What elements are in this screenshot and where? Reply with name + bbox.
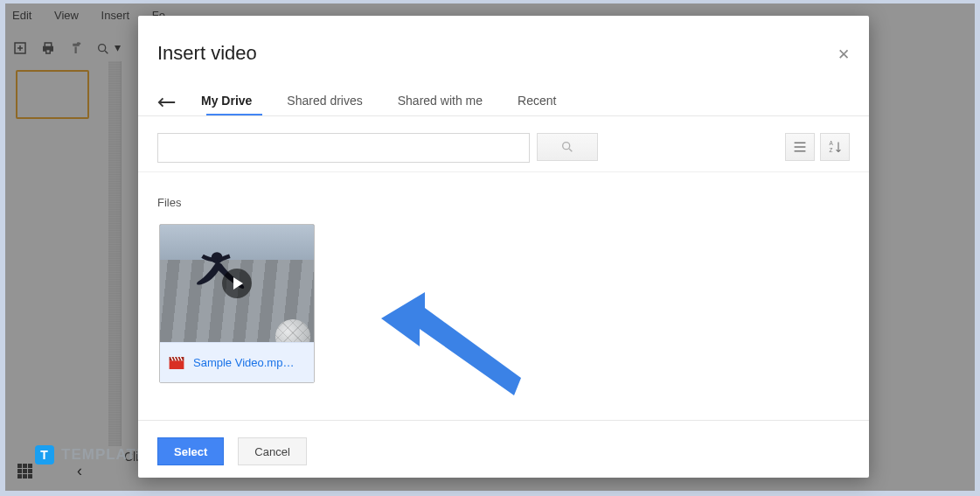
- dialog-title: Insert video: [157, 42, 257, 65]
- svg-rect-7: [170, 360, 184, 369]
- video-file-card[interactable]: Sample Video.mp…: [159, 224, 315, 383]
- close-icon[interactable]: ✕: [838, 45, 850, 64]
- tab-shared-drives[interactable]: Shared drives: [287, 94, 362, 115]
- watermark-badge: T: [35, 445, 54, 465]
- file-name: Sample Video.mp…: [193, 356, 294, 369]
- files-section-header: Files: [157, 196, 181, 209]
- cancel-button[interactable]: Cancel: [238, 437, 306, 465]
- list-view-icon[interactable]: [785, 133, 815, 161]
- search-input[interactable]: [157, 133, 530, 163]
- divider: [138, 171, 869, 172]
- divider: [138, 420, 869, 421]
- watermark-brand: TEMPLATE: [61, 446, 147, 464]
- select-button[interactable]: Select: [157, 437, 224, 465]
- search-button[interactable]: [537, 133, 598, 161]
- video-thumbnail: [160, 225, 314, 342]
- insert-video-dialog: Insert video ✕ My Drive Shared drives Sh…: [138, 16, 869, 478]
- dialog-footer: Select Cancel: [157, 437, 307, 465]
- video-file-icon: [169, 357, 184, 369]
- tab-recent[interactable]: Recent: [518, 94, 556, 115]
- back-arrow-icon[interactable]: [157, 96, 177, 112]
- sort-az-icon[interactable]: AZ: [820, 133, 850, 161]
- instruction-arrow: [381, 283, 539, 415]
- view-sort-controls: AZ: [785, 133, 850, 161]
- svg-point-3: [563, 143, 570, 150]
- tab-shared-with-me[interactable]: Shared with me: [398, 94, 483, 115]
- svg-marker-9: [381, 292, 521, 395]
- tab-my-drive[interactable]: My Drive: [201, 94, 252, 115]
- divider: [138, 115, 869, 116]
- svg-text:A: A: [830, 140, 834, 146]
- play-icon: [222, 269, 252, 298]
- file-info-bar: Sample Video.mp…: [160, 342, 314, 382]
- svg-text:Z: Z: [830, 147, 833, 153]
